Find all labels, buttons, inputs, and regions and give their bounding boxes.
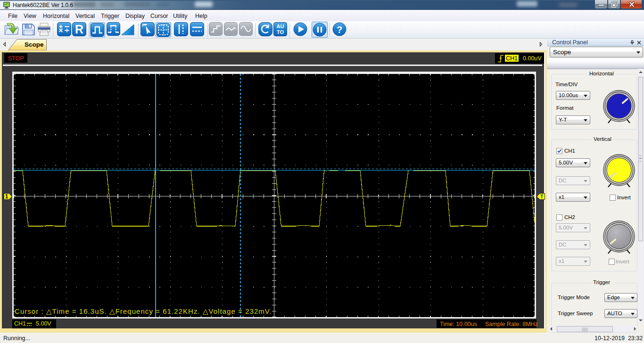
svg-text:TO: TO	[277, 29, 284, 35]
svg-text:T: T	[540, 194, 544, 199]
svg-text:AU: AU	[277, 24, 284, 29]
svg-text:R: R	[75, 23, 83, 36]
svg-text:?: ?	[337, 24, 342, 35]
svg-text:1: 1	[5, 193, 8, 200]
